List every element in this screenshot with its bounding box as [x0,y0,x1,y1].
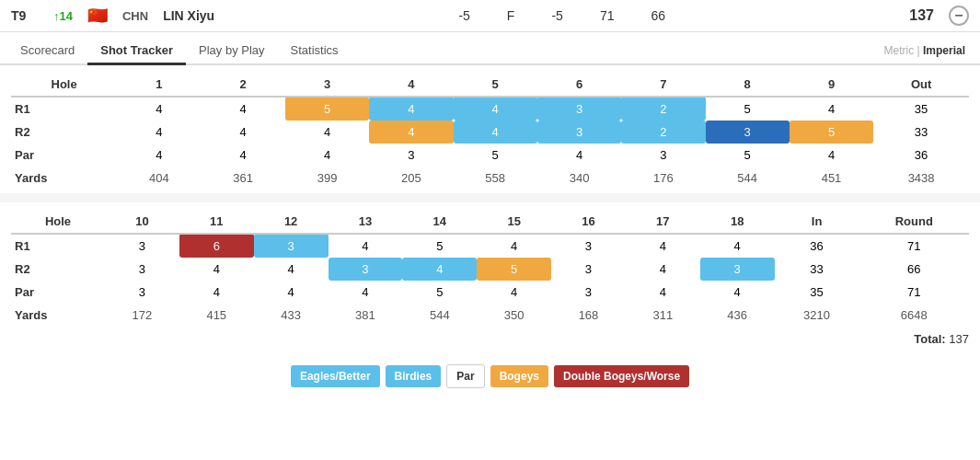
tab-statistics[interactable]: Statistics [278,38,352,65]
r2-in: 33 [775,258,859,281]
r1-h14: 5 [402,234,477,258]
yards-label-front: Yards [11,167,117,190]
r2-h5: 4 [454,121,537,144]
r2-label-back: R2 [11,258,105,281]
par-front-row: Par 4 4 4 3 5 4 3 5 4 36 [11,144,969,167]
back9-header: Hole 10 11 12 13 14 15 16 17 18 In Round [11,210,969,234]
yards-h1: 404 [117,167,201,190]
col-14: 14 [402,210,477,234]
yards-h14: 544 [402,304,477,327]
player-name: LIN Xiyu [163,8,214,23]
legend-eagles: Eagles/Better [291,365,380,387]
par-h14: 5 [402,281,477,304]
score-thru: F [507,8,515,23]
legend-birdies-label: Birdies [395,370,432,383]
par-h13: 4 [329,281,403,304]
yards-h4: 205 [369,167,453,190]
score-r1: 71 [600,8,615,23]
r2-h14: 4 [402,258,477,281]
front9-section: Hole 1 2 3 4 5 6 7 8 9 Out R1 4 4 5 4 4 [0,65,980,193]
r1-front-row: R1 4 4 5 4 4 3 2 5 4 35 [11,97,969,121]
total-score: 137 [909,7,934,24]
tab-play-by-play[interactable]: Play by Play [186,38,278,65]
score-r2: 66 [651,8,665,23]
r1-h2: 4 [202,97,285,121]
r1-h12: 3 [254,234,329,258]
r2-h13: 3 [329,258,403,281]
par-h16: 3 [551,281,626,304]
col-15: 15 [477,210,551,234]
front9-table: Hole 1 2 3 4 5 6 7 8 9 Out R1 4 4 5 4 4 [11,73,969,190]
r1-h13: 4 [329,234,403,258]
par-h5: 5 [454,144,537,167]
r1-h3: 5 [285,97,369,121]
trend: ↑14 [53,9,73,23]
r1-h6: 3 [537,97,621,121]
metric-label[interactable]: Metric [884,44,915,57]
r1-h17: 4 [626,234,700,258]
r2-h2: 4 [202,121,285,144]
yards-out: 3438 [873,167,969,190]
col-17: 17 [626,210,700,234]
par-h9: 4 [790,144,873,167]
collapse-button[interactable]: − [949,6,969,26]
r1-h18: 4 [700,234,775,258]
r2-h18: 3 [700,258,775,281]
legend-par: Par [446,364,484,388]
country-code: CHN [122,9,148,23]
r2-h17: 4 [626,258,700,281]
r2-h1: 4 [117,121,201,144]
yards-h5: 558 [454,167,537,190]
par-h15: 4 [477,281,551,304]
yards-h11: 415 [179,304,254,327]
r1-h5: 4 [454,97,537,121]
col-round: Round [859,210,970,234]
yards-h13: 381 [329,304,403,327]
par-h11: 4 [179,281,254,304]
col-hole-front: Hole [11,73,117,97]
r2-h6: 3 [537,121,621,144]
r1-back-row: R1 3 6 3 4 5 4 3 4 4 36 71 [11,234,969,258]
legend-double-label: Double Bogeys/Worse [563,370,680,383]
legend-bogeys: Bogeys [490,365,548,387]
total-label: Total: [914,332,945,346]
legend-par-label: Par [456,370,474,383]
par-h3: 4 [285,144,369,167]
col-12: 12 [254,210,329,234]
legend-birdies: Birdies [386,365,442,387]
par-label-back: Par [11,281,105,304]
yards-back-row: Yards 172 415 433 381 544 350 168 311 43… [11,304,969,327]
par-round: 71 [859,281,970,304]
imperial-label[interactable]: Imperial [923,44,965,57]
r1-h8: 5 [706,97,790,121]
back9-table: Hole 10 11 12 13 14 15 16 17 18 In Round… [11,210,969,327]
legend-bogeys-label: Bogeys [500,370,539,383]
col-2: 2 [202,73,285,97]
total-line: Total: 137 [0,330,980,353]
col-18: 18 [700,210,775,234]
r1-label-front: R1 [11,97,117,121]
par-h6: 4 [537,144,621,167]
r2-h11: 4 [179,258,254,281]
yards-h3: 399 [285,167,369,190]
par-h4: 3 [369,144,453,167]
yards-label-back: Yards [11,304,105,327]
r2-h15: 5 [477,258,551,281]
r1-h10: 3 [105,234,179,258]
yards-in: 3210 [775,304,859,327]
r2-label-front: R2 [11,121,117,144]
par-h2: 4 [202,144,285,167]
yards-h16: 168 [551,304,626,327]
tab-shot-tracker[interactable]: Shot Tracker [87,38,186,65]
yards-h7: 176 [621,167,705,190]
col-1: 1 [117,73,201,97]
tab-scorecard[interactable]: Scorecard [7,38,87,65]
total-value: 137 [949,332,969,346]
col-11: 11 [179,210,254,234]
par-h8: 5 [706,144,790,167]
yards-h12: 433 [254,304,329,327]
yards-h9: 451 [790,167,873,190]
r1-h15: 4 [477,234,551,258]
col-hole-back: Hole [11,210,105,234]
r1-round: 71 [859,234,970,258]
